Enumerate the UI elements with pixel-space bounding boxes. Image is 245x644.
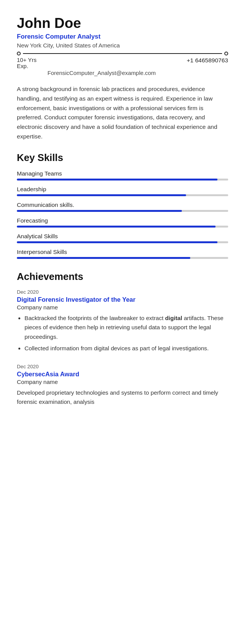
skill-item: Communication skills. bbox=[17, 202, 228, 212]
skill-item: Leadership bbox=[17, 186, 228, 196]
divider-line bbox=[23, 53, 222, 54]
skill-bar-bg bbox=[17, 257, 228, 259]
circle-right-icon bbox=[224, 52, 228, 55]
header: John Doe Forensic Computer Analyst New Y… bbox=[17, 15, 228, 76]
skill-label: Forecasting bbox=[17, 217, 228, 224]
skill-bar-fill bbox=[17, 194, 186, 196]
skill-item: Analytical Skills bbox=[17, 233, 228, 243]
achievement-title: Digital Forensic Investigator of the Yea… bbox=[17, 296, 228, 303]
skill-bar-bg bbox=[17, 210, 228, 212]
achievement-title: CybersecAsia Award bbox=[17, 371, 228, 378]
achievements-list: Dec 2020 Digital Forensic Investigator o… bbox=[17, 289, 228, 407]
divider bbox=[17, 52, 228, 55]
experience-label: 10+ YrsExp. bbox=[17, 57, 36, 69]
achievement-date: Dec 2020 bbox=[17, 364, 228, 369]
location: New York City, United States of America bbox=[17, 42, 228, 49]
skill-bar-bg bbox=[17, 194, 228, 196]
achievement-entry: Dec 2020 Digital Forensic Investigator o… bbox=[17, 289, 228, 353]
skills-list: Managing Teams Leadership Communication … bbox=[17, 170, 228, 259]
job-title: Forensic Computer Analyst bbox=[17, 33, 228, 41]
achievement-company: Company name bbox=[17, 379, 228, 385]
achievement-company: Company name bbox=[17, 304, 228, 311]
skill-label: Communication skills. bbox=[17, 202, 228, 208]
skill-bar-fill bbox=[17, 179, 217, 181]
skill-bar-bg bbox=[17, 179, 228, 181]
skill-bar-fill bbox=[17, 257, 190, 259]
skill-label: Managing Teams bbox=[17, 170, 228, 177]
skill-item: Interpersonal Skills bbox=[17, 249, 228, 259]
skill-bar-bg bbox=[17, 226, 228, 228]
skill-bar-bg bbox=[17, 241, 228, 243]
achievement-entry: Dec 2020 CybersecAsia Award Company name… bbox=[17, 364, 228, 407]
achievement-bullet: Collected information from digital devic… bbox=[24, 344, 228, 353]
skill-bar-fill bbox=[17, 226, 216, 228]
phone-number: +1 6465890763 bbox=[187, 57, 228, 69]
skill-bar-fill bbox=[17, 210, 182, 212]
bold-text: digital bbox=[165, 315, 182, 321]
key-skills-section: Key Skills Managing Teams Leadership Com… bbox=[17, 152, 228, 259]
key-skills-title: Key Skills bbox=[17, 152, 228, 163]
email: ForensicComputer_Analyst@example.com bbox=[47, 70, 228, 76]
skill-label: Analytical Skills bbox=[17, 233, 228, 240]
skill-label: Leadership bbox=[17, 186, 228, 193]
circle-left-icon bbox=[17, 52, 21, 55]
skill-label: Interpersonal Skills bbox=[17, 249, 228, 255]
skill-bar-fill bbox=[17, 241, 217, 243]
achievement-bullets: Backtracked the footprints of the lawbre… bbox=[17, 314, 228, 353]
achievement-date: Dec 2020 bbox=[17, 289, 228, 295]
achievement-bullet: Backtracked the footprints of the lawbre… bbox=[24, 314, 228, 342]
skill-item: Managing Teams bbox=[17, 170, 228, 181]
achievement-plain: Developed proprietary technologies and s… bbox=[17, 388, 228, 407]
contact-row: 10+ YrsExp. +1 6465890763 bbox=[17, 57, 228, 69]
summary-text: A strong background in forensic lab prac… bbox=[17, 85, 228, 141]
achievements-title: Achievements bbox=[17, 271, 228, 282]
achievements-section: Achievements Dec 2020 Digital Forensic I… bbox=[17, 271, 228, 407]
candidate-name: John Doe bbox=[17, 15, 228, 31]
skill-item: Forecasting bbox=[17, 217, 228, 228]
